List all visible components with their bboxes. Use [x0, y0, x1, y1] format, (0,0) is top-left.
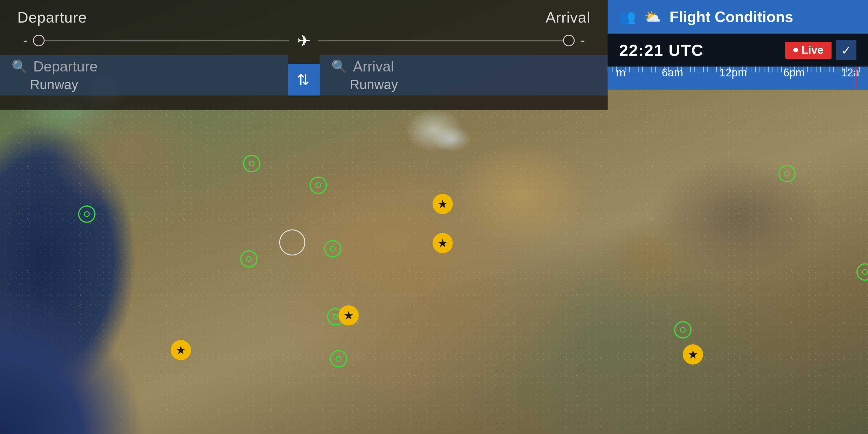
arrival-search-top: 🔍 Arrival — [331, 58, 596, 75]
departure-runway-label: Runway — [30, 75, 276, 92]
plane-icon: ✈ — [289, 32, 318, 49]
arrival-slider[interactable] — [318, 40, 575, 41]
star-marker-3[interactable]: ★ — [433, 233, 453, 253]
header-top: Departure Arrival — [0, 0, 608, 26]
arrival-search-icon: 🔍 — [331, 59, 347, 74]
arrival-runway-label: Runway — [350, 75, 596, 92]
live-indicator-line — [855, 66, 857, 90]
arrival-label: Arrival — [546, 9, 590, 26]
people-icon: 👥 — [619, 9, 636, 25]
fc-checkmark-button[interactable]: ✓ — [836, 40, 857, 60]
cloud-icon: ⛅ — [644, 9, 661, 25]
swap-button[interactable]: ⇄ — [288, 64, 320, 95]
swap-icon: ⇄ — [295, 73, 312, 86]
airport-marker-1[interactable] — [78, 206, 95, 223]
right-dash: - — [580, 34, 585, 48]
star-marker-1[interactable]: ★ — [171, 340, 191, 360]
slider-row: - ✈ - — [0, 26, 608, 55]
airport-marker-9[interactable] — [674, 321, 691, 339]
timeline-label-1: 6am — [662, 66, 683, 79]
departure-slider-thumb-left[interactable] — [33, 35, 44, 46]
fc-title: Flight Conditions — [670, 8, 793, 26]
departure-search-icon: 🔍 — [11, 59, 28, 74]
fc-live-badge: Live — [785, 42, 832, 59]
fc-time-row: 22:21 UTC Live ✓ — [608, 34, 868, 66]
departure-search-field[interactable]: 🔍 Departure Runway — [0, 55, 288, 95]
timeline-bar[interactable]: m 6am 12pm 6pm 12a — [608, 66, 868, 90]
fc-header: 👥 ⛅ Flight Conditions — [608, 0, 868, 34]
airport-marker-5[interactable] — [324, 240, 341, 257]
star-marker-2[interactable]: ★ — [433, 194, 453, 214]
departure-slider[interactable] — [33, 40, 289, 41]
arrival-slider-thumb-right[interactable] — [563, 35, 575, 46]
arrival-search-field[interactable]: 🔍 Arrival Runway — [320, 55, 608, 95]
airport-marker-3[interactable] — [240, 250, 257, 268]
airport-marker-10[interactable] — [857, 263, 868, 281]
flight-conditions-panel: 👥 ⛅ Flight Conditions 22:21 UTC Live ✓ m… — [608, 0, 868, 90]
airport-marker-7[interactable] — [330, 350, 347, 368]
timeline-label-2: 12pm — [720, 66, 747, 79]
departure-input-text: Departure — [33, 58, 97, 75]
airport-marker-8[interactable] — [778, 165, 796, 182]
timeline-label-4: 12a — [841, 66, 859, 79]
airport-marker-4[interactable] — [310, 177, 327, 194]
star-marker-4[interactable]: ★ — [339, 305, 359, 326]
departure-label: Departure — [18, 9, 87, 26]
timeline-label-0: m — [616, 66, 625, 79]
live-dot — [793, 48, 798, 52]
timeline-label-3: 6pm — [783, 66, 805, 79]
checkmark-icon: ✓ — [841, 43, 852, 58]
arrival-input-text: Arrival — [353, 58, 394, 75]
circle-outline-marker[interactable] — [279, 229, 305, 255]
inputs-row: 🔍 Departure Runway ⇄ 🔍 Arrival Runway — [0, 55, 608, 95]
fc-time: 22:21 UTC — [619, 41, 704, 60]
timeline-labels: m 6am 12pm 6pm 12a — [608, 66, 868, 79]
header-bar: Departure Arrival - ✈ - 🔍 Departure Runw… — [0, 0, 608, 110]
ocean-overlay — [0, 289, 145, 434]
left-dash: - — [23, 34, 27, 48]
star-marker-5[interactable]: ★ — [683, 344, 703, 365]
airport-marker-2[interactable] — [243, 155, 260, 172]
live-label: Live — [802, 44, 824, 56]
departure-search-top: 🔍 Departure — [11, 58, 276, 75]
